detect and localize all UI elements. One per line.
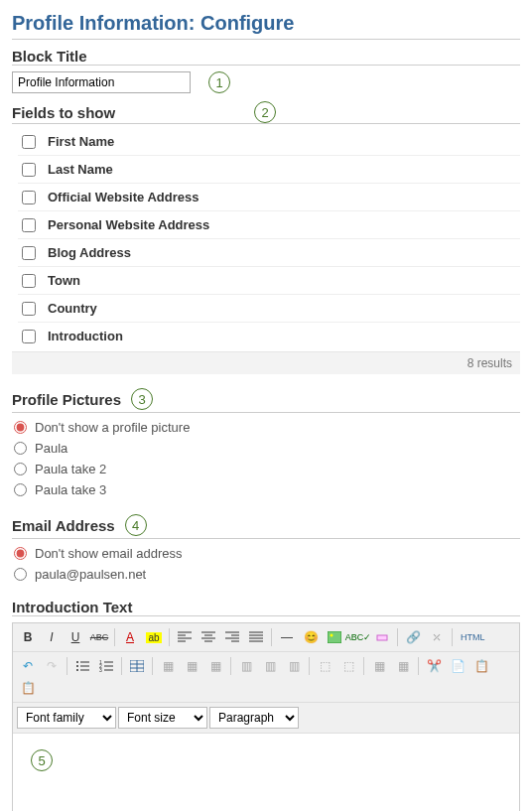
align-justify-icon[interactable] [245,627,267,647]
marker-5: 5 [31,749,53,771]
email-options: Don't show email address paula@paulsen.n… [12,543,520,585]
font-family-select[interactable]: Font family [17,707,116,729]
split-cells-icon[interactable]: ⬚ [337,656,359,676]
align-center-icon[interactable] [198,627,219,647]
paste-icon[interactable]: 📋 [470,656,492,676]
svg-rect-0 [328,631,341,643]
italic-icon[interactable]: I [41,627,63,647]
radio-row[interactable]: Paula take 2 [12,459,520,479]
paste-word-icon[interactable]: 📋 [17,678,39,698]
paragraph-select[interactable]: Paragraph [209,707,299,729]
editor-textarea[interactable]: 5 [13,734,519,811]
table-icon[interactable] [126,656,148,676]
spellcheck-icon[interactable]: ABC✓ [347,627,369,647]
unlink-icon[interactable]: ⤫ [426,627,448,647]
field-label: Introduction [48,329,123,343]
svg-point-4 [76,665,78,667]
radio-label: Don't show a profile picture [35,420,190,435]
radio-row[interactable]: paula@paulsen.net [12,564,520,585]
profile-picture-radio[interactable] [14,442,27,455]
field-row: Official Website Address [18,184,520,211]
svg-point-3 [76,661,78,663]
radio-row[interactable]: Paula take 3 [12,479,520,500]
col-delete-icon[interactable]: ▥ [283,656,305,676]
hr-icon[interactable]: — [276,627,298,647]
field-checkbox[interactable] [22,246,36,260]
page-title: Profile Information: Configure [12,12,520,40]
field-row: Introduction [18,323,520,349]
field-checkbox[interactable] [22,302,36,316]
cut-icon[interactable]: ✂️ [423,656,445,676]
cell-props-icon[interactable]: ▦ [392,656,414,676]
copy-icon[interactable]: 📄 [447,656,468,676]
separator [271,628,272,646]
marker-3: 3 [131,388,153,410]
profile-picture-radio[interactable] [14,421,27,434]
text-color-icon[interactable]: A [119,627,141,647]
radio-label: Paula take 3 [35,482,106,497]
font-size-select[interactable]: Font size [118,707,207,729]
highlight-icon[interactable]: ab [143,627,165,647]
redo-icon[interactable]: ↷ [41,656,63,676]
col-before-icon[interactable]: ▥ [235,656,257,676]
email-radio[interactable] [14,547,27,560]
field-label: First Name [48,134,114,149]
align-left-icon[interactable] [174,627,196,647]
row-before-icon[interactable]: ▦ [157,656,179,676]
field-label: Town [48,273,80,288]
field-row: Last Name [18,156,520,184]
field-row: Town [18,267,520,295]
svg-point-1 [331,634,333,637]
row-delete-icon[interactable]: ▦ [204,656,226,676]
field-checkbox[interactable] [22,274,36,288]
field-checkbox[interactable] [22,218,36,232]
separator [363,657,364,675]
fields-to-show-title: Fields to show [12,104,115,121]
underline-icon[interactable]: U [65,627,86,647]
separator [152,657,153,675]
email-radio[interactable] [14,568,27,581]
field-label: Last Name [48,162,113,177]
field-row: Blog Address [18,239,520,267]
profile-pictures-title: Profile Pictures [12,391,121,408]
table-props-icon[interactable]: ▦ [368,656,390,676]
col-after-icon[interactable]: ▥ [259,656,281,676]
field-label: Official Website Address [48,190,199,204]
field-row: Personal Website Address [18,211,520,239]
field-checkbox[interactable] [22,191,36,204]
editor-toolbar-row-2: ↶ ↷ 123 ▦ ▦ ▦ ▥ ▥ ▥ ⬚ ⬚ ▦ ▦ ✂️ 📄 📋 📋 [13,652,519,703]
bold-icon[interactable]: B [17,627,39,647]
field-label: Personal Website Address [48,217,209,232]
profile-picture-radio[interactable] [14,483,27,496]
field-row: First Name [18,128,520,156]
clear-format-icon[interactable] [371,627,393,647]
link-icon[interactable]: 🔗 [402,627,424,647]
undo-icon[interactable]: ↶ [17,656,39,676]
field-checkbox[interactable] [22,135,36,149]
separator [230,657,231,675]
field-checkbox[interactable] [22,163,36,177]
editor-toolbar-row-1: B I U ABC A ab — 😊 ABC✓ 🔗 ⤫ HTML [13,623,519,652]
emoji-icon[interactable]: 😊 [300,627,322,647]
profile-picture-radio[interactable] [14,463,27,475]
row-after-icon[interactable]: ▦ [181,656,202,676]
radio-label: Paula [35,441,67,456]
intro-text-title: Introduction Text [12,599,520,616]
numbered-list-icon[interactable]: 123 [95,656,117,676]
block-title-input[interactable] [12,71,191,93]
radio-row[interactable]: Don't show a profile picture [12,417,520,438]
html-button[interactable]: HTML [457,627,489,647]
field-label: Blog Address [48,245,131,260]
radio-row[interactable]: Don't show email address [12,543,520,564]
merge-cells-icon[interactable]: ⬚ [314,656,335,676]
radio-label: Don't show email address [35,546,182,561]
field-checkbox[interactable] [22,330,36,343]
editor-toolbar-row-3: Font family Font size Paragraph [13,703,519,734]
radio-row[interactable]: Paula [12,438,520,459]
align-right-icon[interactable] [221,627,243,647]
strikethrough-icon[interactable]: ABC [88,627,110,647]
separator [169,628,170,646]
bullet-list-icon[interactable] [71,656,93,676]
image-icon[interactable] [324,627,345,647]
separator [309,657,310,675]
